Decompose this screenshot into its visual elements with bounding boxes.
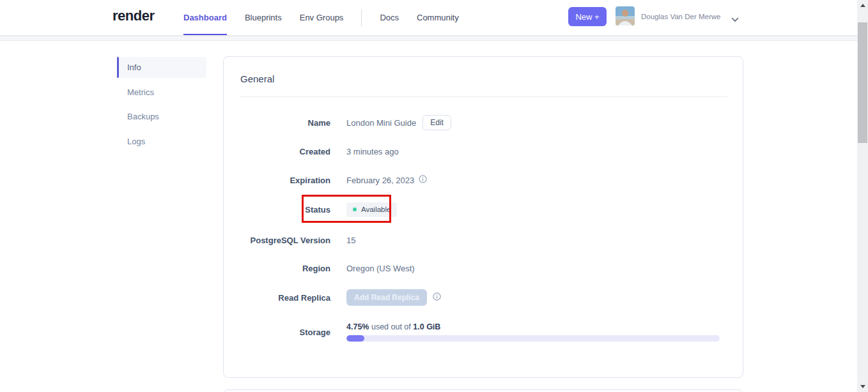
next-card-top-edge	[223, 389, 743, 392]
user-name[interactable]: Douglas Van Der Merwe	[641, 13, 720, 20]
sidebar-item-label: Info	[127, 63, 141, 72]
region-row: Region Oregon (US West)	[240, 262, 727, 274]
region-label: Region	[240, 264, 330, 273]
sidebar-item-label: Logs	[127, 137, 145, 146]
storage-progress-track	[346, 335, 720, 342]
nav-item-env-groups[interactable]: Env Groups	[300, 0, 344, 35]
user-avatar[interactable]	[616, 6, 635, 26]
nav-item-community[interactable]: Community	[417, 0, 459, 35]
storage-progress-fill	[346, 335, 364, 342]
status-badge: Available	[346, 202, 397, 217]
status-label: Status	[240, 205, 330, 215]
page-scrollbar[interactable]	[857, 0, 868, 392]
add-read-replica-button[interactable]: Add Read Replica	[346, 289, 427, 306]
expiration-info-icon[interactable]	[419, 175, 427, 185]
triangle-up-icon	[860, 4, 865, 7]
name-value: London Mini Guide	[346, 118, 416, 128]
nav-item-docs[interactable]: Docs	[380, 0, 399, 35]
created-value: 3 minutes ago	[346, 147, 399, 156]
storage-middle-text: used out of	[371, 322, 411, 331]
created-row: Created 3 minutes ago	[240, 146, 727, 157]
status-row: Status Available	[240, 202, 727, 217]
nav-item-dashboard[interactable]: Dashboard	[183, 0, 227, 35]
storage-label: Storage	[240, 328, 330, 337]
storage-row: Storage 4.75% used out of 1.0 GiB	[240, 320, 727, 343]
sidebar-item-backups[interactable]: Backups	[119, 106, 206, 127]
sidebar-item-metrics[interactable]: Metrics	[119, 82, 206, 103]
scrollbar-up-arrow[interactable]	[857, 0, 868, 11]
read-replica-row: Read Replica Add Read Replica	[240, 289, 727, 306]
region-value: Oregon (US West)	[346, 264, 415, 273]
status-dot-icon	[353, 207, 357, 211]
storage-used-percent: 4.75%	[346, 322, 369, 331]
edit-name-button[interactable]: Edit	[422, 115, 451, 130]
read-replica-label: Read Replica	[240, 293, 330, 303]
sidebar-item-info[interactable]: Info	[119, 57, 206, 78]
triangle-down-icon	[860, 385, 865, 388]
scrollbar-thumb[interactable]	[858, 22, 867, 143]
chevron-down-icon[interactable]	[731, 13, 739, 25]
sidebar-item-label: Metrics	[127, 87, 154, 97]
card-title: General	[240, 73, 274, 84]
name-label: Name	[240, 118, 330, 128]
scrollbar-down-arrow[interactable]	[857, 381, 868, 392]
expiration-value: February 26, 2023	[346, 176, 414, 185]
nav-item-blueprints[interactable]: Blueprints	[245, 0, 282, 35]
postgresql-version-label: PostgreSQL Version	[240, 236, 330, 245]
sidebar-item-logs[interactable]: Logs	[119, 131, 206, 152]
read-replica-info-icon[interactable]	[433, 292, 441, 303]
render-logo[interactable]: render	[112, 8, 154, 24]
sidebar-item-label: Backups	[127, 112, 159, 121]
name-row: Name London Mini Guide Edit	[240, 114, 727, 131]
card-title-divider	[240, 96, 727, 97]
avatar-photo	[616, 6, 635, 26]
new-button[interactable]: New +	[568, 7, 607, 26]
storage-usage-text: 4.75% used out of 1.0 GiB	[346, 322, 720, 331]
expiration-row: Expiration February 26, 2023	[240, 174, 727, 186]
postgresql-version-row: PostgreSQL Version 15	[240, 234, 727, 246]
created-label: Created	[240, 147, 330, 156]
top-header: render Dashboard Blueprints Env Groups D…	[0, 0, 868, 36]
status-value: Available	[361, 206, 391, 213]
postgresql-version-value: 15	[346, 236, 355, 245]
nav-divider	[361, 10, 362, 26]
subheader-band	[0, 36, 868, 41]
expiration-label: Expiration	[240, 176, 330, 185]
general-card: General Name London Mini Guide Edit Crea…	[223, 56, 743, 378]
storage-total: 1.0 GiB	[413, 322, 440, 331]
main-nav: Dashboard Blueprints Env Groups Docs Com…	[183, 0, 459, 35]
